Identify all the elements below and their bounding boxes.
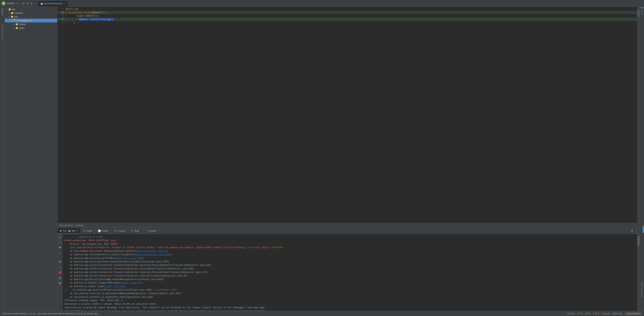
tab-close-icon[interactable]: — — [635, 229, 638, 233]
tab-terminal[interactable]: ⬛ Terminal — [142, 228, 159, 234]
status-bar: Install successfully finished in 104 ms.… — [0, 311, 644, 316]
link-masculino[interactable]: MasculinoClient.java:97 — [136, 250, 166, 252]
status-position[interactable]: 97:34 — [578, 312, 582, 315]
status-line-ending[interactable]: CRLF — [585, 312, 590, 315]
print-icon[interactable]: 🖨 — [58, 276, 62, 280]
trash-icon[interactable]: 🗑 — [58, 281, 62, 286]
tab-settings-icon[interactable]: ⚙ — [630, 229, 634, 233]
filter2-icon[interactable]: ⬇ — [58, 265, 61, 270]
tab-logcat[interactable]: 🗒 6: Logcat — [111, 228, 128, 234]
main-area: 1: Project Resource Manager ▼ 📁 app ▶ 📁 … — [0, 7, 644, 311]
code-line-98: 98 ⬡ } — [57, 21, 637, 24]
breadcrumb-class[interactable]: MasculinoClient — [59, 224, 73, 227]
log-line-separator: ---------- beginning of crash — [64, 235, 635, 239]
filter-icon[interactable]: ☰ — [58, 260, 62, 264]
resource-manager-strip[interactable]: Resource Manager — [1, 24, 4, 40]
line-num-95: 95 — [59, 12, 66, 14]
log-content[interactable]: ---------- beginning of crash E/AndroidR… — [62, 234, 637, 311]
tree-item-app[interactable]: ▼ 📁 app — [5, 8, 57, 11]
down-icon[interactable]: ↓ — [58, 251, 61, 255]
log-line-at14: at com.android.internal.os.ZygoteInit.ma… — [64, 296, 635, 299]
tab-todo[interactable]: ☑ TODO — [81, 228, 95, 234]
stop-icon[interactable]: ■ — [58, 246, 61, 250]
android-title-area: A Android ▾ — [0, 0, 20, 6]
link-looper[interactable]: Looper.java:214 — [104, 285, 124, 288]
breadcrumb-method[interactable]: onStart() — [76, 224, 84, 227]
logcat-icon: 🗒 — [114, 230, 116, 232]
log-line-at5: at android.app.servertransaction.Transac… — [64, 264, 635, 267]
log-line-at8: at android.app.servertransaction.Transac… — [64, 274, 635, 278]
status-encoding[interactable]: UTF-8 — [593, 312, 599, 315]
editor-main: 94 @Override 95 ● ↓ protected void onSta… — [57, 7, 640, 223]
editor-column: 94 @Override 95 ● ↓ protected void onSta… — [57, 7, 640, 311]
event-log-button[interactable]: Event Log — [612, 312, 622, 315]
build-label: Build — [134, 230, 139, 232]
gradle-accent — [640, 8, 644, 8]
line-content-95: protected void onStart() { — [69, 11, 636, 14]
folder-icon-manifests: 📁 — [10, 12, 14, 14]
editor-area: 94 @Override 95 ● ↓ protected void onSta… — [57, 7, 640, 228]
code-line-96: 96 super.onStart(); — [57, 14, 637, 18]
tree-item-adapter[interactable]: ▶ 📁 Adapter — [5, 22, 57, 26]
nav-icon-1[interactable]: ⊕ — [22, 1, 25, 6]
settings-icon[interactable]: ⚙ — [30, 1, 33, 6]
nav-icon-2[interactable]: ⇅ — [26, 1, 29, 6]
layout-inspector-button[interactable]: Layout Inspector — [624, 312, 642, 315]
log-line-fatal: E/AndroidRuntime: FATAL EXCEPTION: main — [64, 239, 635, 242]
tree-label-java: java — [14, 16, 18, 18]
link-handler[interactable]: Handler.java:107 — [120, 282, 142, 284]
device-file-explorer-label[interactable]: Device File Explorer — [641, 282, 643, 297]
link-activity[interactable]: Activity.java:7825 — [119, 257, 142, 260]
tab-run[interactable]: ▶ Run: 🤖 app ✕ — [57, 228, 81, 234]
terminal-icon: ⬛ — [145, 230, 148, 232]
log-line-at10: at android.os.Handler.dispatchMessage(Ha… — [64, 281, 635, 285]
log-scrollbar[interactable] — [637, 234, 640, 311]
up-icon[interactable]: ↑ — [58, 240, 61, 244]
run-tab-close[interactable]: ✕ — [76, 230, 78, 232]
code-content[interactable]: 94 @Override 95 ● ↓ protected void onSta… — [57, 7, 637, 223]
right-sidebar-strip: Gradle Device File Explorer — [640, 7, 644, 311]
tab-build[interactable]: 🔨 Build — [128, 228, 142, 234]
line-num-98: 98 — [59, 22, 66, 24]
tree-item-package[interactable]: ▼ 📦 com.example.asv — [5, 19, 57, 22]
tree-label-adapter: Adapter — [19, 23, 26, 26]
project-strip-label[interactable]: 1: Project — [1, 8, 4, 17]
tree-item-manifests[interactable]: ▶ 📁 manifests — [5, 11, 57, 15]
file-tab-masculino[interactable]: ☕ MasculinoClient.java ✕ — [38, 0, 68, 6]
left-tool-strips: 1: Project Resource Manager — [0, 7, 5, 311]
tree-item-admin[interactable]: ▶ 📁 admin — [5, 26, 57, 30]
log-line-at2: at android.app.Instrumentation.callActiv… — [64, 253, 635, 256]
todo-label: TODO — [86, 230, 92, 232]
tab-profiler[interactable]: 📈 Profiler — [95, 228, 111, 234]
breadcrumb-sep: › — [74, 224, 75, 227]
line-content-96: super.onStart(); — [66, 14, 636, 17]
code-line-95: 95 ● ↓ protected void onStart() { — [57, 11, 637, 14]
android-logo: A — [2, 2, 6, 5]
play-icon[interactable]: ▶ — [58, 235, 61, 240]
package-icon-com: 📦 — [13, 19, 16, 22]
status-indent[interactable]: 4 spaces — [602, 312, 610, 315]
editor-scrollbar[interactable] — [637, 7, 640, 223]
tree-item-java[interactable]: ▼ 📁 java — [5, 15, 57, 19]
run-left-strip: ▶ ↑ ■ ↓ ☰ ⬇ 📌 🖨 🗑 — [57, 234, 62, 311]
project-panel: ▼ 📁 app ▶ 📁 manifests ▼ 📁 java ▼ 📦 — [5, 7, 57, 311]
folder-icon-adapter: 📁 — [15, 23, 18, 26]
gradle-label[interactable]: Gradle — [640, 9, 643, 16]
log-line-at3: at android.app.Activity.performStart(Act… — [64, 256, 635, 260]
tree-arrow-adapter: ▶ — [13, 23, 15, 25]
file-tab-label: MasculinoClient.java — [44, 2, 63, 5]
link-instrumentation[interactable]: Instrumentation.java:1425 — [137, 253, 170, 256]
dropdown-icon[interactable]: ▾ — [16, 1, 19, 6]
build-icon: 🔨 — [131, 230, 134, 232]
file-tab-close[interactable]: ✕ — [64, 2, 66, 5]
line-num-94: 94 — [59, 8, 66, 10]
tree-label-package: com.example.asv — [17, 19, 32, 22]
log-line-signal: I/Process: Sending signal. PID: 32191 SI… — [64, 299, 635, 302]
minimize-icon[interactable]: — — [34, 2, 37, 5]
expand-internal-icon[interactable]: + — [64, 288, 67, 292]
log-line-at4: at android.app.ActivityThread.handleStar… — [64, 260, 635, 264]
pin-icon[interactable]: 📌 — [58, 270, 62, 275]
run-tab-app-icon: 🤖 — [68, 230, 70, 232]
run-panel: ▶ ↑ ■ ↓ ☰ ⬇ 📌 🖨 🗑 ---------- beginning o… — [57, 234, 640, 311]
todo-icon: ☑ — [83, 230, 86, 232]
